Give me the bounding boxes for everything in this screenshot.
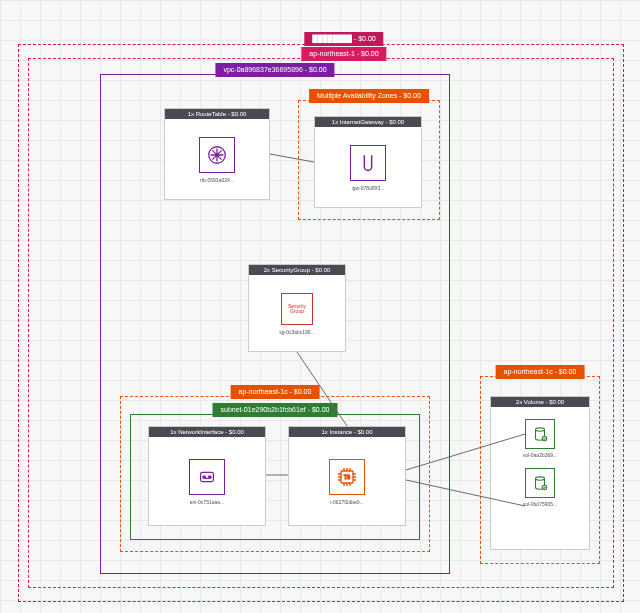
volumes-title: 2x Volume - $0.00 xyxy=(491,397,589,407)
svg-text:T3: T3 xyxy=(344,474,350,480)
instance-id: i-0627f2dbe0... xyxy=(330,499,363,505)
region-label: ap-northeast-1 - $0.00 xyxy=(301,47,386,61)
internet-gateway-node[interactable]: 1x InternetGateway - $0.00 igw-078df0f3.… xyxy=(314,116,422,208)
security-group-node[interactable]: 2x SecurityGroup - $0.00 SecurityGroup s… xyxy=(248,264,346,352)
internet-gateway-id: igw-078df0f3... xyxy=(352,185,385,191)
network-interface-id: eni-0c751aaa... xyxy=(190,499,224,505)
volume-icon xyxy=(525,468,555,498)
instance-node[interactable]: 1x Instance - $0.00 T3 i-0627f2dbe0... xyxy=(288,426,406,526)
security-group-title: 2x SecurityGroup - $0.00 xyxy=(249,265,345,275)
internet-gateway-icon xyxy=(350,145,386,181)
route-table-node[interactable]: 1x RouteTable - $0.00 rtb-0593a024... xyxy=(164,108,270,200)
multi-az-label: Multiple Availability Zones - $0.00 xyxy=(309,89,429,103)
account-label: ████████ - $0.00 xyxy=(304,32,383,46)
volume-2-id: vol-0bd75905... xyxy=(523,501,557,507)
network-interface-title: 1x NetworkInterface - $0.00 xyxy=(149,427,265,437)
svg-point-6 xyxy=(535,428,544,431)
route-table-title: 1x RouteTable - $0.00 xyxy=(165,109,269,119)
vpc-label: vpc-0a896837e36695896 - $0.00 xyxy=(215,63,334,77)
security-group-id: sg-0c3abc195... xyxy=(279,329,315,335)
instance-icon: T3 xyxy=(329,459,365,495)
network-interface-node[interactable]: 1x NetworkInterface - $0.00 eni-0c751aaa… xyxy=(148,426,266,526)
security-group-icon: SecurityGroup xyxy=(281,293,313,325)
instance-title: 1x Instance - $0.00 xyxy=(289,427,405,437)
svg-point-8 xyxy=(535,477,544,480)
volume-icon xyxy=(525,419,555,449)
diagram-canvas[interactable]: ████████ - $0.00 ap-northeast-1 - $0.00 … xyxy=(0,0,640,613)
volumes-node[interactable]: 2x Volume - $0.00 vol-0aa2b369... vol-0b… xyxy=(490,396,590,550)
subnet-label: subnet-01e290b2b1fcb61ef - $0.00 xyxy=(213,403,338,417)
route-table-icon xyxy=(199,137,235,173)
volume-az-label: ap-northeast-1c - $0.00 xyxy=(496,365,585,379)
internet-gateway-title: 1x InternetGateway - $0.00 xyxy=(315,117,421,127)
volume-1-id: vol-0aa2b369... xyxy=(523,452,557,458)
subnet-az-label: ap-northeast-1c - $0.00 xyxy=(231,385,320,399)
network-interface-icon xyxy=(189,459,225,495)
route-table-id: rtb-0593a024... xyxy=(200,177,234,183)
